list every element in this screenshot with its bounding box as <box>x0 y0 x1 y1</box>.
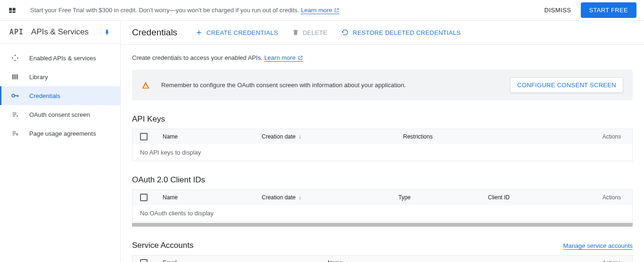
oauth-empty: No OAuth clients to display <box>132 205 632 221</box>
svg-rect-23 <box>145 87 146 88</box>
col-actions: Actions <box>599 133 625 140</box>
col-restrictions[interactable]: Restrictions <box>399 133 541 140</box>
restore-button[interactable]: RESTORE DELETED CREDENTIALS <box>341 29 461 36</box>
svg-point-5 <box>15 55 16 56</box>
delete-label: DELETE <box>303 29 327 36</box>
svg-rect-1 <box>13 8 16 10</box>
svg-rect-15 <box>13 114 17 115</box>
sidebar-item-label: Library <box>29 74 48 81</box>
sidebar-item-label: OAuth consent screen <box>29 111 90 118</box>
oauth-title: OAuth 2.0 Client IDs <box>132 175 633 185</box>
consent-icon <box>9 111 21 118</box>
api-keys-empty: No API keys to display <box>132 144 632 161</box>
warning-icon <box>141 81 150 90</box>
svg-point-13 <box>12 94 15 97</box>
svg-rect-12 <box>17 74 18 80</box>
intro-learn-more-link[interactable]: Learn more <box>264 54 303 62</box>
col-name[interactable]: Name↑ <box>324 260 465 262</box>
sidebar-item-label: Page usage agreements <box>29 130 96 137</box>
pin-icon[interactable] <box>103 28 111 36</box>
key-icon <box>9 91 21 100</box>
create-label: CREATE CREDENTIALS <box>206 29 278 36</box>
intro-message: Create credentials to access your enable… <box>132 54 264 61</box>
col-actions: Actions <box>599 194 625 201</box>
svg-rect-14 <box>13 113 17 113</box>
svg-rect-3 <box>13 11 16 13</box>
dismiss-button[interactable]: DISMISS <box>545 7 571 14</box>
svg-rect-4 <box>107 33 107 35</box>
intro-text: Create credentials to access your enable… <box>132 54 633 61</box>
create-credentials-button[interactable]: CREATE CREDENTIALS <box>195 29 278 36</box>
col-name[interactable]: Name <box>159 194 258 201</box>
col-email[interactable]: Email <box>159 260 324 262</box>
sidebar-item-library[interactable]: Library <box>0 67 120 86</box>
select-all-checkbox[interactable] <box>140 133 148 140</box>
svg-rect-0 <box>9 8 12 10</box>
svg-rect-18 <box>13 131 16 132</box>
sidebar-item-label: Credentials <box>29 92 60 99</box>
content-header: Credentials CREATE CREDENTIALS DELETE RE… <box>121 21 644 45</box>
agreements-icon <box>9 130 21 137</box>
configure-consent-button[interactable]: CONFIGURE CONSENT SCREEN <box>510 77 623 93</box>
alert-text: Remember to configure the OAuth consent … <box>161 82 510 89</box>
nav: Enabled APIs & services Library Credenti… <box>0 44 120 147</box>
trial-banner: Start your Free Trial with $300 in credi… <box>0 0 644 21</box>
svg-rect-9 <box>12 74 13 80</box>
oauth-section: OAuth 2.0 Client IDs Name Creation date↓… <box>132 175 633 227</box>
service-thead: Email Name↑ Actions <box>132 255 632 262</box>
sidebar-item-page-usage[interactable]: Page usage agreements <box>0 124 120 143</box>
banner-learn-more-link[interactable]: Learn more <box>301 7 339 14</box>
svg-rect-20 <box>13 135 15 135</box>
svg-rect-10 <box>14 74 15 80</box>
banner-actions: DISMISS START FREE <box>545 2 636 18</box>
arrow-up-icon: ↑ <box>346 260 348 262</box>
select-all-checkbox[interactable] <box>140 194 148 201</box>
svg-point-6 <box>12 57 13 59</box>
api-keys-section: API Keys Name Creation date↓ Restriction… <box>132 115 633 161</box>
service-accounts-section: Service Accounts Manage service accounts… <box>132 241 633 262</box>
sidebar-header: API APIs & Services <box>0 21 120 44</box>
svg-rect-22 <box>145 84 146 86</box>
svg-rect-11 <box>16 74 17 80</box>
horizontal-scrollbar[interactable] <box>132 223 633 227</box>
api-keys-title: API Keys <box>132 115 633 124</box>
trash-icon <box>292 29 299 36</box>
consent-alert: Remember to configure the OAuth consent … <box>132 70 633 100</box>
col-type[interactable]: Type <box>395 194 484 201</box>
col-name[interactable]: Name <box>159 133 258 140</box>
oauth-table: Name Creation date↓ Type Client ID Actio… <box>132 189 633 222</box>
sidebar-item-credentials[interactable]: Credentials <box>0 86 120 105</box>
api-keys-table: Name Creation date↓ Restrictions Actions… <box>132 129 633 161</box>
api-keys-thead: Name Creation date↓ Restrictions Actions <box>132 129 632 144</box>
page-title: Credentials <box>132 27 177 38</box>
header-actions: CREATE CREDENTIALS DELETE RESTORE DELETE… <box>195 29 461 36</box>
svg-rect-2 <box>9 11 12 13</box>
library-icon <box>9 73 21 81</box>
content: Credentials CREATE CREDENTIALS DELETE RE… <box>121 21 644 262</box>
service-table: Email Name↑ Actions <box>132 255 633 262</box>
col-creation[interactable]: Creation date↓ <box>258 133 399 140</box>
sidebar-item-label: Enabled APIs & services <box>29 55 96 62</box>
manage-service-accounts-link[interactable]: Manage service accounts <box>563 242 633 250</box>
col-client-id[interactable]: Client ID <box>484 194 569 201</box>
restore-label: RESTORE DELETED CREDENTIALS <box>353 29 461 36</box>
start-free-button[interactable]: START FREE <box>581 2 636 18</box>
delete-button[interactable]: DELETE <box>292 29 327 36</box>
service-title: Service Accounts <box>132 241 193 250</box>
api-logo: API <box>9 28 24 36</box>
arrow-down-icon: ↓ <box>298 133 301 140</box>
select-all-checkbox[interactable] <box>140 259 148 262</box>
sidebar-item-oauth-consent[interactable]: OAuth consent screen <box>0 105 120 124</box>
restore-icon <box>341 29 349 36</box>
banner-message: Start your Free Trial with $300 in credi… <box>30 7 301 14</box>
banner-text: Start your Free Trial with $300 in credi… <box>30 7 545 14</box>
content-body: Create credentials to access your enable… <box>121 45 644 262</box>
col-creation[interactable]: Creation date↓ <box>258 194 395 201</box>
sidebar-title: APIs & Services <box>31 27 103 37</box>
sidebar-item-enabled-apis[interactable]: Enabled APIs & services <box>0 49 120 67</box>
svg-rect-16 <box>13 116 15 116</box>
svg-rect-19 <box>13 133 16 133</box>
svg-point-17 <box>17 115 18 117</box>
svg-point-8 <box>15 60 16 61</box>
svg-point-7 <box>17 57 18 59</box>
